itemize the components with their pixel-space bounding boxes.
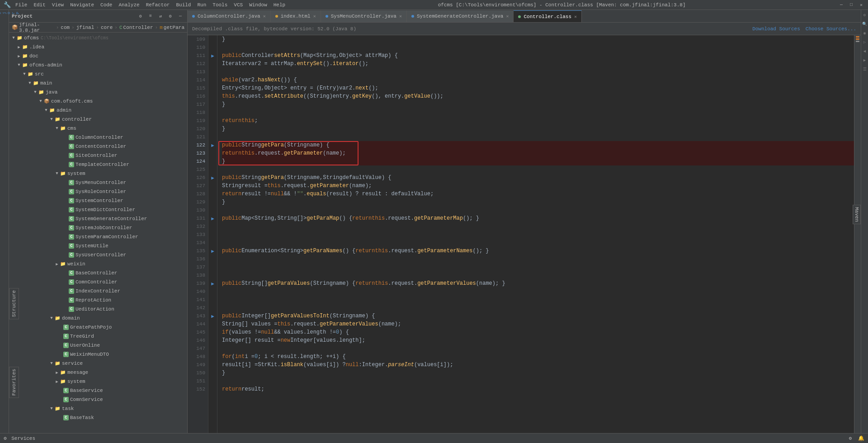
tree-item-SystemDictController[interactable]: C SystemDictController (9, 205, 187, 214)
menu-view[interactable]: View (52, 2, 64, 8)
tree-item-meesage[interactable]: ▶ 📁 meesage (9, 368, 187, 377)
tree-item-ofcms-admin[interactable]: ▼ 📁 ofcms-admin (9, 61, 187, 70)
tree-item-UserOnline[interactable]: C UserOnline (9, 341, 187, 350)
tree-item-UeditorAction[interactable]: C UeditorAction (9, 305, 187, 314)
maven-tab[interactable]: Maven (853, 205, 861, 224)
project-icon[interactable]: Project (0, 12, 9, 14)
tree-item-IndexController[interactable]: C IndexController (9, 287, 187, 296)
tab-ColumnController[interactable]: ColumnController.java ✕ (188, 10, 271, 22)
close-button[interactable]: ✕ (858, 2, 864, 8)
tree-item-TreeGird[interactable]: C TreeGird (9, 332, 187, 341)
status-notifications[interactable]: 🔔 (858, 435, 864, 441)
tree-item-domain[interactable]: ▼ 📁 domain (9, 314, 187, 323)
right-icon-5[interactable]: ◀ (862, 48, 868, 54)
right-icon-1[interactable]: ⚙ (862, 12, 868, 18)
tab-index-html[interactable]: index.html ✕ (271, 10, 321, 22)
tab-SysMenuController[interactable]: SysMenuController.java ✕ (321, 10, 407, 22)
java-icon: C (69, 306, 74, 312)
tree-item-ContentController[interactable]: C ContentController (9, 142, 187, 151)
close-icon[interactable]: ✕ (506, 14, 509, 19)
tree-item-ofcms[interactable]: ▼ 📁 ofcms C:\Tools\enviroment\ofcms (9, 33, 187, 42)
tree-item-ComnService[interactable]: C ComnService (9, 395, 187, 404)
tree-item-com-ofsoft-cms[interactable]: ▼ 📦 com.ofsoft.cms (9, 97, 187, 106)
collapse-button[interactable]: ≡ (146, 12, 155, 20)
right-icon-3[interactable]: ◉ (862, 30, 868, 36)
tree-item-cms[interactable]: ▼ 📁 cms (9, 124, 187, 133)
menu-refactor[interactable]: Refactor (146, 2, 170, 8)
tree-item-src[interactable]: ▼ 📁 src (9, 70, 187, 79)
menu-window[interactable]: Window (249, 2, 267, 8)
tree-item-BaseTask[interactable]: C BaseTask (9, 413, 187, 422)
close-icon[interactable]: ✕ (263, 14, 266, 19)
code-line-112: Iterator var2 = attrMap.entrySet().itera… (222, 60, 854, 68)
menu-build[interactable]: Build (176, 2, 191, 8)
favorites-tab[interactable]: Favorites (9, 367, 19, 398)
menu-vcs[interactable]: VCS (234, 2, 243, 8)
code-editor[interactable]: } public Controller setAttrs(Map<String,… (217, 35, 854, 443)
sync-button[interactable]: ⚙ (137, 12, 145, 20)
tree-item-GreatePathPojo[interactable]: C GreatePathPojo (9, 323, 187, 332)
right-icon-4[interactable]: ▷ (862, 39, 868, 45)
code-line-135: public Enumeration<String> getParaNames(… (222, 247, 854, 255)
tree-item-SysMenuController[interactable]: C SysMenuController (9, 178, 187, 187)
breadcrumb-getpara[interactable]: m getPara (160, 25, 184, 30)
menu-run[interactable]: Run (197, 2, 206, 8)
services-label[interactable]: ⚙ Services (4, 435, 35, 441)
tree-item-ReprotAction[interactable]: C ReprotAction (9, 296, 187, 305)
breadcrumb-com[interactable]: com (61, 25, 70, 30)
breadcrumb-controller[interactable]: C Controller (119, 25, 153, 30)
tree-item-idea[interactable]: ▶ 📁 .idea (9, 42, 187, 52)
tree-item-TemplateController[interactable]: C TemplateController (9, 160, 187, 169)
settings-button[interactable]: ⇄ (156, 12, 165, 20)
breadcrumb-core[interactable]: core (101, 25, 113, 30)
status-settings[interactable]: ⚙ (849, 435, 852, 441)
more-button[interactable]: — (176, 12, 184, 20)
tree-item-java[interactable]: ▼ 📁 java (9, 88, 187, 97)
tree-item-WeixinMenuDTO[interactable]: C WeixinMenuDTO (9, 350, 187, 359)
tree-item-SiteController[interactable]: C SiteController (9, 151, 187, 160)
right-icon-6[interactable]: ▶ (862, 57, 868, 63)
menu-tools[interactable]: Tools (212, 2, 227, 8)
maximize-button[interactable]: □ (848, 2, 854, 8)
close-icon[interactable]: ✕ (399, 14, 402, 19)
tree-item-SysRoleController[interactable]: C SysRoleController (9, 187, 187, 196)
right-icon-2[interactable]: 🔍 (862, 21, 868, 27)
breadcrumb-jar[interactable]: 📦 jfinal-3.8.jar (12, 22, 54, 33)
tree-item-task[interactable]: ▼ 📁 task (9, 404, 187, 413)
right-icon-7[interactable]: ☰ (862, 66, 868, 72)
tree-item-SystemUtile[interactable]: C SystemUtile (9, 241, 187, 250)
menu-help[interactable]: Help (274, 2, 285, 8)
choose-sources-button[interactable]: Choose Sources... (806, 26, 856, 32)
tree-item-SystemController[interactable]: C SystemController (9, 196, 187, 205)
breadcrumb-jfinal[interactable]: jfinal (76, 25, 94, 30)
tree-item-BaseService[interactable]: C BaseService (9, 386, 187, 395)
tree-item-admin[interactable]: ▼ 📁 admin (9, 106, 187, 115)
download-sources-button[interactable]: Download Sources (752, 26, 800, 32)
menu-edit[interactable]: Edit (33, 2, 45, 8)
tree-item-weixin[interactable]: ▶ 📁 weixin (9, 259, 187, 269)
tree-item-SystemParamController[interactable]: C SystemParamController (9, 232, 187, 241)
tree-item-BaseController[interactable]: C BaseController (9, 269, 187, 278)
tab-Controller-class[interactable]: Controller.class ✕ (514, 10, 582, 22)
tab-SystemGenerateController[interactable]: SystemGenerateController.java ✕ (407, 10, 514, 22)
tree-item-system2[interactable]: ▶ 📁 system (9, 377, 187, 386)
tree-item-controller[interactable]: ▼ 📁 controller (9, 115, 187, 124)
tree-item-doc[interactable]: ▶ 📁 doc (9, 52, 187, 61)
structure-tab[interactable]: Structure (9, 288, 19, 319)
close-icon[interactable]: ✕ (313, 14, 316, 19)
tree-item-SystemGenerateController[interactable]: C SystemGenerateController (9, 214, 187, 223)
menu-code[interactable]: Code (100, 2, 112, 8)
menu-analyze[interactable]: Analyze (118, 2, 139, 8)
tree-item-system[interactable]: ▼ 📁 system (9, 169, 187, 178)
tree-item-ColumnController[interactable]: C ColumnController (9, 133, 187, 142)
menu-file[interactable]: File (15, 2, 27, 8)
gear-button[interactable]: ⚙ (166, 12, 175, 20)
tree-item-SysUserController[interactable]: C SysUserController (9, 250, 187, 259)
minimize-button[interactable]: — (838, 2, 844, 8)
tree-item-SystemJobController[interactable]: C SystemJobController (9, 223, 187, 232)
tree-item-main[interactable]: ▼ 📁 main (9, 79, 187, 88)
tree-item-service[interactable]: ▼ 📁 service (9, 359, 187, 368)
close-icon[interactable]: ✕ (574, 14, 577, 19)
tree-item-ComnController[interactable]: C ComnController (9, 278, 187, 287)
menu-navigate[interactable]: Navigate (70, 2, 94, 8)
